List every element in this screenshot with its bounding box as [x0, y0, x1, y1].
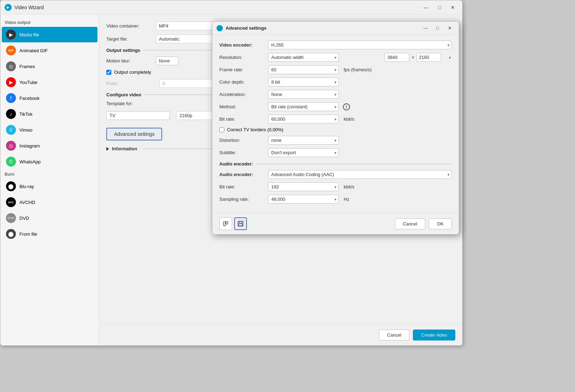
- acceleration-row: Acceleration: None ▾: [219, 90, 452, 99]
- method-info-icon[interactable]: i: [343, 103, 350, 110]
- sidebar-item-fromfile[interactable]: ⬤ From file: [2, 226, 97, 242]
- resolution-x-separator: ×: [411, 55, 414, 60]
- distortion-select[interactable]: none: [268, 136, 339, 145]
- acceleration-label: Acceleration:: [219, 92, 265, 97]
- output-completely-checkbox[interactable]: [106, 70, 111, 75]
- correct-tv-checkbox[interactable]: [219, 127, 224, 132]
- video-container-label: Video container:: [106, 23, 156, 29]
- dialog-maximize-button[interactable]: □: [433, 25, 443, 31]
- sidebar-label-whatsapp: WhatsApp: [19, 159, 41, 164]
- dialog-footer-left: [219, 217, 247, 230]
- bluray-icon: ⬤: [6, 181, 16, 191]
- audio-encoder-row: Audio encoder: Advanced Audio Coding (AA…: [219, 170, 452, 179]
- sidebar-label-vimeo: Vimeo: [19, 127, 32, 133]
- sidebar-item-media-file[interactable]: ▶ Media file: [2, 27, 97, 42]
- subtitle-select[interactable]: Don't export: [268, 148, 339, 157]
- sidebar-label-frames: Frames: [19, 64, 35, 69]
- motion-blur-label: Motion blur:: [106, 58, 156, 64]
- close-button[interactable]: ✕: [447, 4, 458, 11]
- information-label: Information: [112, 146, 137, 151]
- maximize-button[interactable]: □: [434, 4, 445, 11]
- dialog-close-button[interactable]: ✕: [445, 25, 455, 31]
- audio-encoder-select[interactable]: Advanced Audio Coding (AAC): [268, 170, 452, 179]
- resolution-label: Resolution:: [219, 55, 265, 60]
- media-file-icon: ▶: [6, 30, 16, 40]
- facebook-icon: f: [6, 93, 16, 103]
- subtitle-row: Subtitle: Don't export ▾: [219, 148, 452, 157]
- resolution-dropdown[interactable]: Automatic width: [268, 53, 339, 62]
- bit-rate-label: Bit rate:: [219, 116, 265, 122]
- audio-encoder-label: Audio encoder:: [219, 161, 253, 167]
- sidebar-item-facebook[interactable]: f Facebook: [2, 90, 97, 106]
- sidebar-item-animated-gif[interactable]: GIF Animated GIF: [2, 43, 97, 58]
- video-encoder-select-wrapper: H.265: [268, 41, 452, 49]
- sidebar-item-tiktok[interactable]: ♪ TikTok: [2, 106, 97, 122]
- sidebar-item-frames[interactable]: ◎ Frames: [2, 59, 97, 74]
- youtube-icon: ▶: [6, 77, 16, 87]
- output-settings-label: Output settings: [106, 48, 140, 53]
- sidebar-label-facebook: Facebook: [19, 96, 40, 101]
- svg-rect-1: [226, 222, 228, 224]
- audio-bit-rate-select[interactable]: 192: [268, 182, 339, 191]
- from-label: From:: [106, 81, 156, 86]
- dialog-minimize-button[interactable]: —: [421, 25, 431, 31]
- color-depth-label: Color depth:: [219, 79, 265, 85]
- frame-rate-label: Frame rate:: [219, 67, 265, 72]
- profile-icon-button[interactable]: [219, 217, 232, 230]
- title-bar-controls: — □ ✕: [421, 4, 458, 11]
- sidebar: Video output ▶ Media file GIF Animated G…: [0, 14, 99, 345]
- frame-rate-select[interactable]: 60: [268, 65, 339, 74]
- output-completely-label: Output completely: [114, 70, 151, 75]
- frames-icon: ◎: [6, 61, 16, 71]
- advanced-settings-dialog: Advanced settings — □ ✕ Video encoder: H…: [212, 21, 459, 235]
- sidebar-label-avchd: AVCHD: [19, 200, 35, 205]
- color-depth-select[interactable]: 8 bit: [268, 78, 339, 86]
- sidebar-item-dvd[interactable]: DVD DVD: [2, 210, 97, 226]
- dialog-footer: Cancel OK: [212, 213, 459, 234]
- template-select[interactable]: TV: [106, 111, 170, 120]
- motion-blur-select[interactable]: None: [156, 56, 178, 65]
- dialog-body: Video encoder: H.265 Resolution: Automat…: [212, 35, 459, 213]
- cancel-button[interactable]: Cancel: [379, 330, 409, 340]
- tiktok-icon: ♪: [6, 109, 16, 119]
- dialog-title-bar: Advanced settings — □ ✕: [212, 22, 459, 35]
- resolution-width-input[interactable]: [385, 53, 409, 62]
- resolution-height-input[interactable]: [416, 53, 441, 62]
- dialog-ok-button[interactable]: OK: [429, 218, 452, 229]
- bit-rate-unit-label: kbit/s: [344, 116, 354, 122]
- sidebar-item-avchd[interactable]: AVC AVCHD: [2, 194, 97, 210]
- method-label: Method:: [219, 104, 265, 109]
- svg-rect-3: [239, 221, 242, 223]
- sidebar-item-vimeo[interactable]: V Vimeo: [2, 122, 97, 138]
- video-encoder-select[interactable]: H.265: [268, 41, 452, 49]
- sidebar-item-youtube[interactable]: ▶ YouTube: [2, 74, 97, 90]
- audio-encoder-section-label: Audio encoder:: [219, 172, 265, 177]
- sampling-rate-select[interactable]: 48,000: [268, 195, 339, 204]
- sidebar-item-bluray[interactable]: ⬤ Blu-ray: [2, 179, 97, 194]
- bit-rate-select[interactable]: 60,000: [268, 115, 339, 123]
- acceleration-select[interactable]: None: [268, 90, 339, 99]
- video-encoder-row: Video encoder: H.265: [219, 41, 452, 49]
- app-title: Video Wizard: [14, 5, 421, 10]
- advanced-settings-button[interactable]: Advanced settings: [106, 128, 162, 140]
- method-select[interactable]: Bit rate (constant): [268, 102, 339, 111]
- instagram-icon: ◎: [6, 141, 16, 151]
- whatsapp-icon: ✆: [6, 157, 16, 167]
- target-file-label: Target file:: [106, 36, 156, 42]
- subtitle-label: Subtitle:: [219, 150, 265, 155]
- audio-section-line: [256, 164, 452, 164]
- dialog-cancel-button[interactable]: Cancel: [395, 218, 425, 229]
- audio-bit-rate-row: Bit rate: 192 ▾ kbit/s: [219, 182, 452, 191]
- sidebar-item-whatsapp[interactable]: ✆ WhatsApp: [2, 154, 97, 169]
- information-triangle-icon: [106, 147, 109, 151]
- sampling-rate-unit-label: Hz: [344, 197, 349, 202]
- sidebar-item-instagram[interactable]: ◎ Instagram: [2, 138, 97, 153]
- app-icon: ▶: [5, 4, 12, 11]
- distortion-row: Distortion: none ▾: [219, 136, 452, 145]
- save-icon-button[interactable]: [234, 217, 247, 230]
- create-video-button[interactable]: Create video: [413, 330, 455, 340]
- configure-video-label: Configure video: [106, 92, 141, 97]
- svg-rect-4: [239, 224, 242, 226]
- dvd-icon: DVD: [6, 213, 16, 223]
- minimize-button[interactable]: —: [421, 4, 431, 11]
